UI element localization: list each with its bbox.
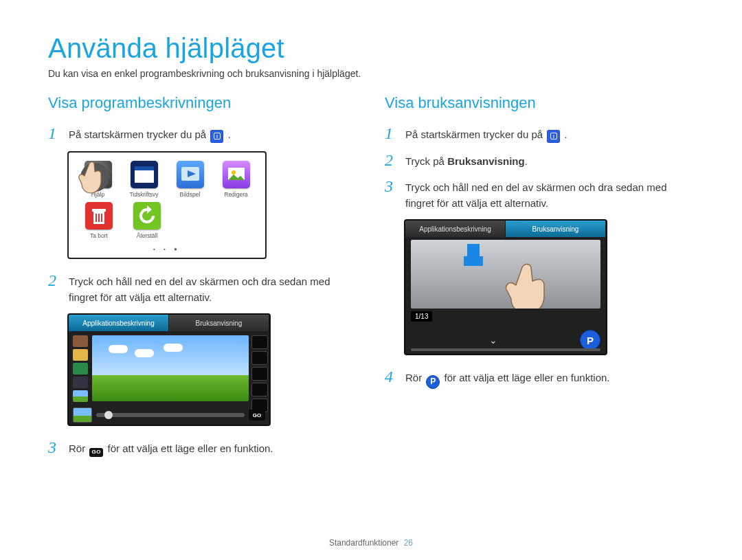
- step-text: Rör: [405, 372, 425, 383]
- section-title-left: Visa programbeskrivningen: [48, 94, 357, 112]
- page-indicator: • • ●: [69, 245, 265, 258]
- thumbnail-column: [73, 335, 88, 404]
- screenshot-app-description: Applikationsbeskrivning Bruksanvisning: [67, 313, 271, 426]
- left-step-1: 1 På startskärmen trycker du på i .: [48, 124, 357, 143]
- help-app-icon: i: [210, 130, 223, 143]
- svg-rect-5: [135, 166, 154, 170]
- arrow-down-icon: [467, 244, 483, 266]
- mode-column: [251, 335, 267, 414]
- left-step-3: 3 Rör GO för att välja ett läge eller en…: [48, 438, 357, 457]
- step-text: .: [227, 128, 230, 140]
- edit-icon: [223, 161, 250, 188]
- step-text: Tryck på: [405, 155, 447, 167]
- right-step-4: 4 Rör P för att välja ett läge eller en …: [385, 368, 694, 388]
- tab-app-description: Applikationsbeskrivning: [405, 221, 506, 237]
- svg-text:i: i: [216, 134, 218, 139]
- magazine-icon: [131, 161, 158, 188]
- screenshot-manual-swipe: Applikationsbeskrivning Bruksanvisning 1…: [404, 219, 607, 355]
- svg-point-9: [232, 170, 236, 175]
- step-text: Tryck och håll ned en del av skärmen och…: [405, 177, 694, 212]
- app-help: Hjälp: [82, 161, 113, 198]
- step-number: 1: [385, 124, 401, 142]
- chevron-down-icon: ⌄: [411, 335, 576, 346]
- tab-app-description: Applikationsbeskrivning: [69, 315, 169, 331]
- main-preview-photo: [92, 335, 249, 401]
- slider: [96, 413, 245, 417]
- app-edit: Redigera: [221, 161, 251, 198]
- svg-text:i: i: [553, 134, 554, 139]
- reset-icon: [133, 202, 161, 229]
- step-number: 3: [385, 177, 401, 195]
- right-step-1: 1 På startskärmen trycker du på i .: [385, 124, 694, 143]
- p-mode-icon: P: [426, 375, 440, 389]
- page-counter: 1/13: [411, 311, 432, 322]
- step-text: .: [564, 128, 567, 140]
- app-delete: Ta bort: [82, 202, 115, 239]
- step-text: Tryck och håll ned en del av skärmen och…: [69, 271, 357, 306]
- page-intro: Du kan visa en enkel programbeskrivning …: [48, 68, 694, 79]
- footer-thumb: [73, 407, 92, 423]
- app-slideshow: Bildspel: [175, 161, 205, 198]
- section-title-right: Visa bruksanvisningen: [385, 94, 694, 112]
- slideshow-icon: [177, 161, 204, 188]
- step-text: På startskärmen trycker du på: [69, 128, 209, 140]
- page-footer: Standardfunktioner 26: [0, 538, 742, 548]
- right-step-3: 3 Tryck och håll ned en del av skärmen o…: [385, 177, 694, 212]
- step-number: 4: [385, 368, 401, 385]
- go-button: GO: [249, 410, 265, 421]
- go-icon: GO: [89, 448, 103, 457]
- svg-rect-11: [92, 209, 106, 212]
- step-number: 1: [48, 124, 65, 142]
- step-number: 3: [48, 438, 65, 456]
- screenshot-app-grid: Hjälp Tidskriftsvy Bildspel Redigera Ta …: [67, 151, 267, 259]
- column-right: Visa bruksanvisningen 1 På startskärmen …: [385, 94, 694, 465]
- progress-bar: [411, 348, 600, 351]
- left-step-2: 2 Tryck och håll ned en del av skärmen o…: [48, 271, 357, 306]
- tab-manual: Bruksanvisning: [169, 315, 269, 331]
- step-text-bold: Bruksanvisning: [447, 155, 525, 167]
- step-number: 2: [385, 151, 401, 169]
- hand-gesture-icon: [502, 254, 584, 309]
- right-step-2: 2 Tryck på Bruksanvisning.: [385, 151, 694, 169]
- step-text: På startskärmen trycker du på: [405, 128, 546, 140]
- page-title: Använda hjälpläget: [48, 33, 694, 64]
- pointer-hand-icon: [74, 157, 115, 198]
- step-text: Rör: [69, 443, 88, 454]
- step-text: för att välja ett läge eller en funktion…: [445, 372, 610, 383]
- app-reset: Återställ: [131, 202, 164, 239]
- p-mode-button: P: [580, 330, 600, 350]
- column-left: Visa programbeskrivningen 1 På startskär…: [48, 94, 357, 465]
- step-text: för att välja ett läge eller en funktion…: [108, 443, 273, 454]
- tab-manual: Bruksanvisning: [506, 221, 606, 237]
- trash-icon: [85, 202, 113, 229]
- app-magazine: Tidskriftsvy: [128, 161, 159, 198]
- step-number: 2: [48, 271, 65, 289]
- help-app-icon: i: [547, 130, 560, 143]
